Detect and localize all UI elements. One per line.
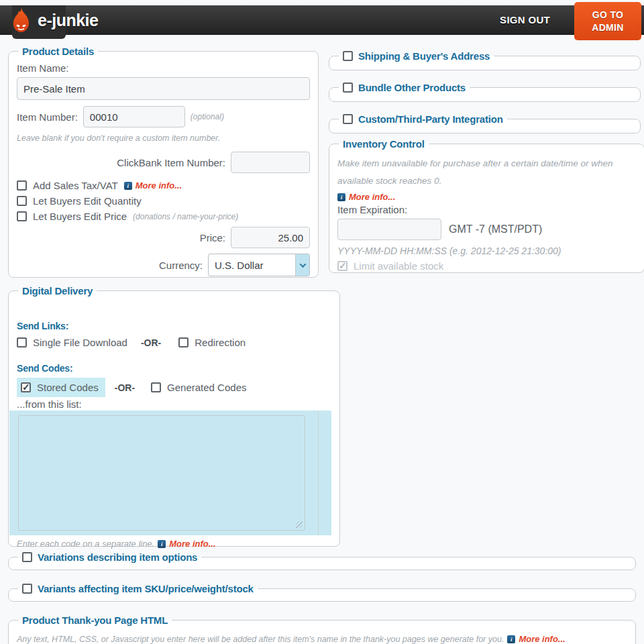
flame-logo-icon <box>11 7 32 33</box>
sales-tax-more-info-link[interactable]: More info... <box>136 180 182 191</box>
inventory-more-info-link[interactable]: More info... <box>349 192 395 202</box>
currency-select[interactable]: U.S. Dollar <box>208 254 310 276</box>
item-number-hint: Leave blank if you don't require a custo… <box>17 133 310 143</box>
brand-name: e-junkie <box>38 11 98 30</box>
info-icon[interactable]: i <box>337 193 345 201</box>
custom-integration-checkbox[interactable] <box>343 114 353 124</box>
thankyou-more-info-link[interactable]: More info... <box>519 634 565 644</box>
inventory-control-section: Inventory Control Make item unavailable … <box>329 138 644 273</box>
generated-codes-checkbox[interactable] <box>151 382 161 392</box>
edit-quantity-checkbox[interactable] <box>17 196 27 206</box>
go-to-admin-line2: ADMIN <box>592 21 623 34</box>
sign-out-link[interactable]: SIGN OUT <box>500 14 550 25</box>
top-navigation-bar: e-junkie SIGN OUT GO TO ADMIN <box>0 5 644 35</box>
thankyou-description: Any text, HTML, CSS, or Javascript you e… <box>17 635 504 644</box>
resize-grip-icon[interactable] <box>296 521 303 528</box>
custom-integration-legend: Custom/Third-Party Integration <box>339 113 507 125</box>
variations-checkbox[interactable] <box>22 552 32 562</box>
or-separator: -OR- <box>115 382 135 393</box>
variants-section: Variants affecting item SKU/price/weight… <box>8 583 636 602</box>
item-number-label: Item Number: <box>17 111 78 123</box>
timezone-label: GMT -7 (MST/PDT) <box>449 223 542 235</box>
clickbank-label: ClickBank Item Number: <box>117 157 225 168</box>
variants-legend: Variants affecting item SKU/price/weight… <box>18 583 258 594</box>
generated-codes-label: Generated Codes <box>167 382 246 393</box>
thankyou-html-legend: Product Thank-you Page HTML <box>18 614 172 626</box>
single-file-download-checkbox[interactable] <box>17 337 27 347</box>
edit-price-checkbox[interactable] <box>17 211 27 221</box>
stored-codes-textarea[interactable] <box>18 415 305 531</box>
clickbank-input[interactable] <box>231 152 310 173</box>
inventory-control-legend: Inventory Control <box>339 138 429 150</box>
shipping-section: Shipping & Buyer's Address <box>329 50 641 70</box>
stored-codes-label: Stored Codes <box>37 382 99 393</box>
codes-hint: Enter each code on a separate line. <box>17 539 154 549</box>
shipping-legend: Shipping & Buyer's Address <box>339 50 494 62</box>
add-sales-tax-checkbox[interactable] <box>17 180 27 191</box>
codes-highlight-region <box>9 411 331 535</box>
currency-selected-value: U.S. Dollar <box>209 260 295 271</box>
redirection-label: Redirection <box>195 337 246 348</box>
fieldset-border-line <box>318 411 319 535</box>
item-expiration-input[interactable] <box>337 219 441 240</box>
go-to-admin-button[interactable]: GO TO ADMIN <box>574 2 641 40</box>
product-details-legend: Product Details <box>18 46 98 57</box>
inventory-description: Make item unavailable for purchase after… <box>337 155 636 190</box>
limit-stock-checkbox[interactable] <box>337 261 347 271</box>
optional-hint: (optional) <box>191 112 224 121</box>
single-file-download-label: Single File Download <box>33 337 127 348</box>
redirection-checkbox[interactable] <box>178 337 189 347</box>
brand-logo[interactable]: e-junkie <box>11 7 98 33</box>
bundle-legend: Bundle Other Products <box>339 82 470 93</box>
edit-price-hint: (donations / name-your-price) <box>133 212 238 221</box>
thankyou-html-section: Product Thank-you Page HTML Any text, HT… <box>8 614 636 644</box>
expiration-format-hint: YYYY-MM-DD HH:MM:SS (e.g. 2012-12-25 21:… <box>337 246 636 256</box>
from-this-list-label: ...from this list: <box>17 398 331 410</box>
variations-legend: Variations describing item options <box>18 551 201 563</box>
send-links-heading: Send Links: <box>17 321 331 331</box>
go-to-admin-line1: GO TO <box>592 9 623 21</box>
info-icon[interactable]: i <box>507 635 515 643</box>
edit-quantity-label: Let Buyers Edit Quantity <box>33 195 142 207</box>
bundle-section: Bundle Other Products <box>329 82 641 102</box>
info-icon[interactable]: i <box>158 540 166 548</box>
chevron-down-icon <box>295 254 309 276</box>
digital-delivery-legend: Digital Delivery <box>18 285 97 297</box>
send-codes-heading: Send Codes: <box>17 363 331 374</box>
codes-more-info-link[interactable]: More info... <box>169 539 215 549</box>
or-separator: -OR- <box>141 337 161 348</box>
edit-price-label: Let Buyers Edit Price <box>33 211 127 222</box>
item-name-input[interactable] <box>17 77 310 100</box>
price-input[interactable] <box>231 227 310 248</box>
variants-checkbox[interactable] <box>22 584 32 594</box>
price-label: Price: <box>200 232 225 244</box>
shipping-checkbox[interactable] <box>343 51 353 61</box>
item-number-input[interactable] <box>83 106 185 127</box>
currency-label: Currency: <box>159 260 203 271</box>
variations-section: Variations describing item options <box>8 551 636 570</box>
stored-codes-option: Stored Codes <box>17 378 105 397</box>
info-icon[interactable]: i <box>124 182 132 190</box>
digital-delivery-section: Digital Delivery Send Links: Single File… <box>8 285 340 547</box>
product-details-section: Product Details Item Name: Item Number: … <box>8 46 319 278</box>
add-sales-tax-label: Add Sales Tax/VAT <box>33 180 118 191</box>
item-name-label: Item Name: <box>17 62 310 74</box>
bundle-checkbox[interactable] <box>343 83 353 93</box>
stored-codes-checkbox[interactable] <box>21 382 31 392</box>
limit-stock-label: Limit available stock <box>354 260 443 272</box>
item-expiration-label: Item Expiration: <box>337 204 636 215</box>
custom-integration-section: Custom/Third-Party Integration <box>329 113 641 133</box>
